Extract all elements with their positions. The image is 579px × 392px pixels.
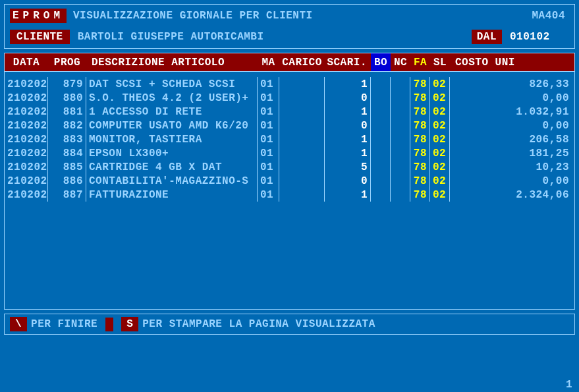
cell-desc: EPSON LX300+: [86, 146, 258, 160]
cell-sl: 02: [430, 146, 450, 160]
col-fa-header[interactable]: FA: [410, 53, 430, 71]
cell-bo: [371, 119, 391, 132]
cell-prog: 887: [48, 188, 86, 202]
cell-sl: 02: [430, 105, 450, 119]
footer-frame: \ PER FINIRE S PER STAMPARE LA PAGINA VI…: [4, 314, 575, 335]
key-print[interactable]: S: [121, 317, 138, 331]
col-data-header[interactable]: DATA: [5, 53, 48, 71]
page-number: 1: [566, 379, 572, 391]
col-costo-header[interactable]: COSTO UNI: [450, 53, 574, 71]
cell-carico: [279, 132, 325, 146]
dal-label: DAL: [472, 30, 502, 44]
cell-nc: [391, 91, 410, 105]
table-row[interactable]: 210202879DAT SCSI + SCHEDA SCSI011780282…: [5, 77, 574, 91]
col-carico-header[interactable]: CARICO: [279, 53, 325, 71]
cell-costo: 0,00: [450, 119, 574, 132]
client-name: BARTOLI GIUSEPPE AUTORICAMBI: [78, 31, 464, 43]
table-row[interactable]: 210202882COMPUTER USATO AMD K6/200107802…: [5, 119, 574, 132]
client-label: CLIENTE: [10, 30, 70, 44]
cell-sl: 02: [430, 119, 450, 132]
table-row[interactable]: 210202884EPSON LX300+0117802181,25: [5, 146, 574, 160]
screen-title: VISUALIZZAZIONE GIORNALE PER CLIENTI: [73, 10, 525, 22]
cell-sl: 02: [430, 160, 450, 174]
cell-fa: 78: [410, 91, 430, 105]
cell-desc: COMPUTER USATO AMD K6/20: [86, 119, 258, 132]
key-back[interactable]: \: [10, 317, 27, 331]
cell-costo: 181,25: [450, 146, 574, 160]
cell-costo: 826,33: [450, 77, 574, 91]
cell-ma: 01: [258, 132, 279, 146]
cell-ma: 01: [258, 174, 279, 188]
table-row[interactable]: 210202886CONTABILITA'-MAGAZZINO-S0107802…: [5, 174, 574, 188]
cell-costo: 206,58: [450, 132, 574, 146]
cell-ma: 01: [258, 146, 279, 160]
col-nc-header[interactable]: NC: [391, 53, 410, 71]
cell-data: 210202: [5, 119, 48, 132]
cell-scari: 0: [325, 174, 371, 188]
cell-prog: 885: [48, 160, 86, 174]
cell-data: 210202: [5, 160, 48, 174]
cell-costo: 0,00: [450, 91, 574, 105]
table-row[interactable]: 210202885CARTRIDGE 4 GB X DAT015780210,2…: [5, 160, 574, 174]
cell-scari: 1: [325, 77, 371, 91]
cell-bo: [371, 174, 391, 188]
cell-ma: 01: [258, 160, 279, 174]
cell-sl: 02: [430, 174, 450, 188]
cell-prog: 886: [48, 174, 86, 188]
cell-carico: [279, 119, 325, 132]
cell-prog: 881: [48, 105, 86, 119]
cell-carico: [279, 174, 325, 188]
cell-nc: [391, 77, 410, 91]
header-frame: EPROM VISUALIZZAZIONE GIORNALE PER CLIEN…: [4, 4, 575, 49]
cell-prog: 880: [48, 91, 86, 105]
cell-scari: 0: [325, 91, 371, 105]
col-sl-header[interactable]: SL: [430, 53, 450, 71]
cell-bo: [371, 160, 391, 174]
col-scari-header[interactable]: SCARI.: [325, 53, 371, 71]
client-row: CLIENTE BARTOLI GIUSEPPE AUTORICAMBI DAL…: [10, 30, 569, 44]
cell-bo: [371, 77, 391, 91]
cell-fa: 78: [410, 105, 430, 119]
col-ma-header[interactable]: MA: [258, 53, 279, 71]
cell-fa: 78: [410, 132, 430, 146]
table-row[interactable]: 210202880S.O. THEOS 4.2 (2 USER)+0107802…: [5, 91, 574, 105]
cell-desc: MONITOR, TASTIERA: [86, 132, 258, 146]
cell-scari: 1: [325, 188, 371, 202]
table-frame: DATA PROG DESCRIZIONE ARTICOLO MA CARICO…: [4, 53, 575, 310]
col-prog-header[interactable]: PROG: [48, 53, 86, 71]
cell-carico: [279, 105, 325, 119]
cell-costo: 0,00: [450, 174, 574, 188]
cell-nc: [391, 105, 410, 119]
cell-ma: 01: [258, 91, 279, 105]
cell-sl: 02: [430, 132, 450, 146]
cell-ma: 01: [258, 77, 279, 91]
cell-desc: S.O. THEOS 4.2 (2 USER)+: [86, 91, 258, 105]
cell-scari: 1: [325, 105, 371, 119]
cell-carico: [279, 91, 325, 105]
cell-nc: [391, 174, 410, 188]
cell-fa: 78: [410, 146, 430, 160]
cell-ma: 01: [258, 119, 279, 132]
col-bo-header[interactable]: BO: [371, 53, 391, 71]
cell-carico: [279, 160, 325, 174]
cell-desc: 1 ACCESSO DI RETE: [86, 105, 258, 119]
cell-desc: FATTURAZIONE: [86, 188, 258, 202]
cell-sl: 02: [430, 77, 450, 91]
cell-scari: 1: [325, 146, 371, 160]
key-back-desc: PER FINIRE: [31, 318, 97, 330]
title-row: EPROM VISUALIZZAZIONE GIORNALE PER CLIEN…: [10, 9, 569, 23]
table-row[interactable]: 210202887FATTURAZIONE01178022.324,06: [5, 188, 574, 202]
table-body[interactable]: 210202879DAT SCSI + SCHEDA SCSI011780282…: [5, 72, 574, 202]
cell-nc: [391, 119, 410, 132]
cell-sl: 02: [430, 188, 450, 202]
cell-prog: 879: [48, 77, 86, 91]
cell-data: 210202: [5, 91, 48, 105]
cell-prog: 884: [48, 146, 86, 160]
cell-data: 210202: [5, 174, 48, 188]
cell-scari: 5: [325, 160, 371, 174]
footer-separator: [105, 318, 113, 331]
dal-value: 010102: [510, 31, 569, 43]
table-row[interactable]: 210202883MONITOR, TASTIERA0117802206,58: [5, 132, 574, 146]
col-desc-header[interactable]: DESCRIZIONE ARTICOLO: [86, 53, 258, 71]
table-row[interactable]: 2102028811 ACCESSO DI RETE01178021.032,9…: [5, 105, 574, 119]
